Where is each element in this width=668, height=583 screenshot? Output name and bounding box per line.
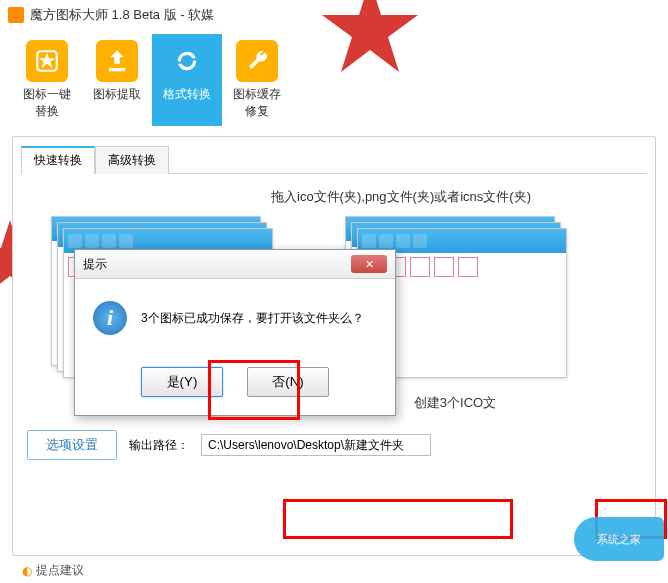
drag-hint-text: 拖入ico文件(夹),png文件(夹)或者icns文件(夹) xyxy=(271,188,647,206)
upload-icon xyxy=(96,40,138,82)
title-bar: 魔方图标大师 1.8 Beta 版 - 软媒 xyxy=(0,0,668,30)
tool-cache-repair[interactable]: 图标缓存 修复 xyxy=(222,34,292,126)
tab-quick-convert[interactable]: 快速转换 xyxy=(21,146,95,174)
confirm-dialog: 提示 ✕ i 3个图标已成功保存，要打开该文件夹么？ 是(Y) 否(N) xyxy=(74,249,396,416)
dialog-message: 3个图标已成功保存，要打开该文件夹么？ xyxy=(141,310,364,327)
dialog-close-button[interactable]: ✕ xyxy=(351,255,387,273)
output-path-label: 输出路径： xyxy=(129,437,189,454)
footer-suggestion[interactable]: ◐ 提点建议 xyxy=(22,562,84,579)
app-logo-icon xyxy=(8,7,24,23)
window-title: 魔方图标大师 1.8 Beta 版 - 软媒 xyxy=(30,6,214,24)
dialog-yes-button[interactable]: 是(Y) xyxy=(141,367,223,397)
wrench-icon xyxy=(236,40,278,82)
star-badge-icon xyxy=(26,40,68,82)
refresh-icon xyxy=(166,40,208,82)
dialog-title: 提示 xyxy=(83,256,107,273)
tab-bar: 快速转换 高级转换 xyxy=(21,145,647,174)
info-icon: i xyxy=(93,301,127,335)
tool-format-convert[interactable]: 格式转换 xyxy=(152,34,222,126)
tool-icon-replace[interactable]: 图标一键 替换 xyxy=(12,34,82,126)
tool-icon-extract[interactable]: 图标提取 xyxy=(82,34,152,126)
svg-marker-3 xyxy=(41,55,54,67)
bottom-controls: 选项设置 输出路径： xyxy=(21,430,647,460)
main-toolbar: 图标一键 替换 图标提取 格式转换 图标缓存 修复 xyxy=(0,30,668,136)
options-button[interactable]: 选项设置 xyxy=(27,430,117,460)
bulb-icon: ◐ xyxy=(22,564,32,578)
watermark: 系统之家 xyxy=(574,517,664,561)
tab-advanced-convert[interactable]: 高级转换 xyxy=(95,146,169,174)
output-path-input[interactable] xyxy=(201,434,431,456)
dialog-no-button[interactable]: 否(N) xyxy=(247,367,329,397)
